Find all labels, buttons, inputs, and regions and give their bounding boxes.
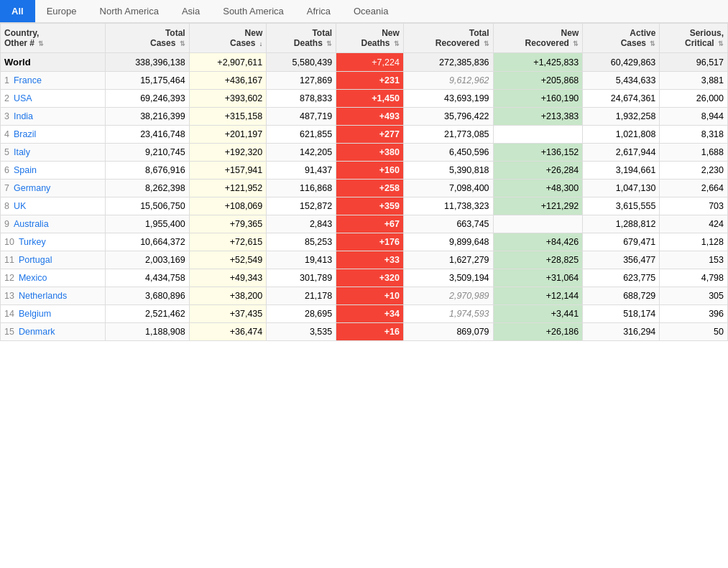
row-country-15[interactable]: 15Denmark [1,323,106,341]
country-link[interactable]: Portugal [19,255,52,265]
country-link[interactable]: Netherlands [19,291,67,301]
tab-asia[interactable]: Asia [170,0,211,22]
country-link[interactable]: Australia [14,219,49,229]
total-cases: 1,188,908 [105,323,189,341]
new-cases: +108,069 [189,197,267,215]
total-cases: 38,216,399 [105,108,189,126]
col-active-cases[interactable]: ActiveCases ⇅ [583,24,660,53]
tab-all[interactable]: All [0,0,35,22]
total-deaths: 142,205 [267,144,336,162]
sort-icon-new-deaths: ⇅ [394,40,400,47]
total-cases: 23,416,748 [105,126,189,144]
col-new-cases[interactable]: NewCases ↓ [189,24,267,53]
new-recovered: +121,292 [493,197,583,215]
country-link[interactable]: Denmark [19,327,55,337]
new-deaths: +34 [336,305,404,323]
serious: 153 [660,251,728,269]
country-link[interactable]: USA [14,93,32,103]
col-serious[interactable]: Serious,Critical ⇅ [660,24,728,53]
serious: 26,000 [660,90,728,108]
new-cases: +79,365 [189,215,267,233]
country-link[interactable]: Spain [14,165,37,175]
row-country-11[interactable]: 11Portugal [1,251,106,269]
new-recovered: +31,064 [493,269,583,287]
row-country-7[interactable]: 7Germany [1,180,106,197]
new-deaths: +380 [336,144,404,162]
active-cases: 316,294 [583,323,660,341]
row-country-5[interactable]: 5Italy [1,144,106,162]
total-deaths: 487,719 [267,108,336,126]
row-country-13[interactable]: 13Netherlands [1,287,106,305]
total-deaths: 301,789 [267,269,336,287]
world-row: World 338,396,138 +2,907,611 5,580,439 +… [1,53,728,72]
country-link[interactable]: Turkey [19,237,46,247]
col-total-cases[interactable]: TotalCases ⇅ [105,24,189,53]
country-link[interactable]: Brazil [14,129,36,139]
col-new-deaths[interactable]: NewDeaths ⇅ [336,24,404,53]
total-cases: 3,680,896 [105,287,189,305]
col-country[interactable]: Country,Other # ⇅ [1,24,106,53]
total-cases: 1,955,400 [105,215,189,233]
row-country-10[interactable]: 10Turkey [1,233,106,251]
row-country-3[interactable]: 3India [1,108,106,126]
country-link[interactable]: Belgium [19,309,51,319]
total-recovered: 7,098,400 [403,180,493,197]
serious: 703 [660,197,728,215]
col-new-recovered[interactable]: NewRecovered ⇅ [493,24,583,53]
row-country-4[interactable]: 4Brazil [1,126,106,144]
table-row: 3India38,216,399+315,158487,719+49335,79… [1,108,728,126]
row-country-9[interactable]: 9Australia [1,215,106,233]
country-link[interactable]: India [14,111,33,121]
new-cases: +36,474 [189,323,267,341]
country-link[interactable]: UK [14,201,26,211]
table-row: 8UK15,506,750+108,069152,872+35911,738,3… [1,197,728,215]
active-cases: 5,434,633 [583,72,660,90]
col-total-deaths[interactable]: TotalDeaths ⇅ [267,24,336,53]
total-recovered: 869,079 [403,323,493,341]
tab-europe[interactable]: Europe [35,0,88,22]
total-deaths: 85,253 [267,233,336,251]
world-country: World [1,53,106,72]
country-link[interactable]: Mexico [19,273,47,283]
row-country-2[interactable]: 2USA [1,90,106,108]
col-total-recovered[interactable]: TotalRecovered ⇅ [403,24,493,53]
new-recovered: +160,190 [493,90,583,108]
new-recovered: +26,186 [493,323,583,341]
active-cases: 518,174 [583,305,660,323]
tab-north-america[interactable]: North America [88,0,170,22]
row-country-6[interactable]: 6Spain [1,162,106,180]
new-deaths: +16 [336,323,404,341]
total-recovered: 11,738,323 [403,197,493,215]
total-recovered: 43,693,199 [403,90,493,108]
country-link[interactable]: Italy [14,147,30,157]
active-cases: 2,617,944 [583,144,660,162]
row-country-14[interactable]: 14Belgium [1,305,106,323]
total-deaths: 19,413 [267,251,336,269]
new-deaths: +258 [336,180,404,197]
tab-africa[interactable]: Africa [295,0,342,22]
total-cases: 15,506,750 [105,197,189,215]
new-cases: +38,200 [189,287,267,305]
table-row: 4Brazil23,416,748+201,197621,855+27721,7… [1,126,728,144]
nav-tabs: All Europe North America Asia South Amer… [0,0,728,23]
active-cases: 1,047,130 [583,180,660,197]
active-cases: 1,932,258 [583,108,660,126]
row-country-1[interactable]: 1France [1,72,106,90]
total-deaths: 878,833 [267,90,336,108]
row-country-8[interactable]: 8UK [1,197,106,215]
serious: 424 [660,215,728,233]
row-country-12[interactable]: 12Mexico [1,269,106,287]
total-deaths: 3,535 [267,323,336,341]
country-link[interactable]: France [14,75,42,85]
tab-south-america[interactable]: South America [211,0,295,22]
tab-oceania[interactable]: Oceania [342,0,400,22]
total-deaths: 2,843 [267,215,336,233]
serious: 396 [660,305,728,323]
total-recovered: 35,796,422 [403,108,493,126]
world-active-cases: 60,429,863 [583,53,660,72]
country-link[interactable]: Germany [14,183,50,193]
table-header-row: Country,Other # ⇅ TotalCases ⇅ NewCases … [1,24,728,53]
world-total-deaths: 5,580,439 [267,53,336,72]
total-recovered: 9,612,962 [403,72,493,90]
total-deaths: 127,869 [267,72,336,90]
